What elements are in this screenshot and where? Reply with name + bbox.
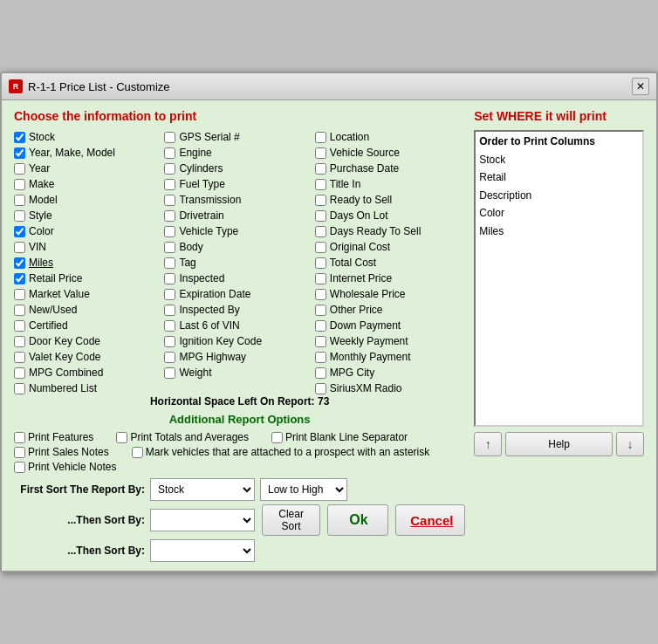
certified-checkbox[interactable] <box>14 320 25 332</box>
tag-checkbox[interactable] <box>164 257 175 269</box>
print-totals-checkbox[interactable] <box>116 432 127 443</box>
body-label[interactable]: Body <box>179 241 202 253</box>
purchase-date-checkbox[interactable] <box>315 163 326 175</box>
drivetrain-checkbox[interactable] <box>164 210 175 222</box>
mpg-combined-label[interactable]: MPG Combined <box>29 367 103 379</box>
vehicle-source-checkbox[interactable] <box>315 147 326 159</box>
down-payment-label[interactable]: Down Payment <box>330 319 401 332</box>
new-used-label[interactable]: New/Used <box>29 304 77 316</box>
vehicle-type-label[interactable]: Vehicle Type <box>179 225 238 237</box>
mark-asterisk-checkbox[interactable] <box>132 447 143 458</box>
year-make-model-label[interactable]: Year, Make, Model <box>29 147 115 159</box>
mpg-city-label[interactable]: MPG City <box>330 367 374 379</box>
transmission-checkbox[interactable] <box>164 195 175 206</box>
transmission-label[interactable]: Transmission <box>179 194 241 206</box>
cylinders-checkbox[interactable] <box>164 163 175 175</box>
other-price-label[interactable]: Other Price <box>330 304 383 316</box>
market-value-label[interactable]: Market Value <box>29 288 90 300</box>
ready-to-sell-checkbox[interactable] <box>315 195 326 206</box>
original-cost-label[interactable]: Original Cost <box>330 241 390 253</box>
door-key-checkbox[interactable] <box>14 336 25 347</box>
cancel-button[interactable]: Cancel <box>395 504 465 536</box>
model-label[interactable]: Model <box>29 194 58 206</box>
days-on-lot-label[interactable]: Days On Lot <box>330 209 388 222</box>
fuel-type-label[interactable]: Fuel Type <box>179 178 224 190</box>
print-sales-notes-label[interactable]: Print Sales Notes <box>28 446 109 458</box>
expiration-date-label[interactable]: Expiration Date <box>179 288 250 300</box>
stock-checkbox[interactable] <box>14 132 25 143</box>
mpg-highway-checkbox[interactable] <box>164 352 175 363</box>
new-used-checkbox[interactable] <box>14 305 25 316</box>
then-sort-select-2[interactable]: Stock Year Make <box>150 539 255 562</box>
days-ready-to-sell-label[interactable]: Days Ready To Sell <box>330 225 422 237</box>
drivetrain-label[interactable]: Drivetrain <box>179 209 223 222</box>
last6-vin-checkbox[interactable] <box>164 320 175 332</box>
weekly-payment-checkbox[interactable] <box>315 336 326 347</box>
ignition-key-checkbox[interactable] <box>164 336 175 347</box>
cylinders-label[interactable]: Cylinders <box>179 162 223 175</box>
down-arrow-button[interactable]: ↓ <box>616 432 644 456</box>
year-make-model-checkbox[interactable] <box>14 147 25 159</box>
inspected-by-checkbox[interactable] <box>164 305 175 316</box>
location-checkbox[interactable] <box>315 132 326 143</box>
print-blank-label[interactable]: Print Blank Line Separator <box>285 431 408 443</box>
inspected-by-label[interactable]: Inspected By <box>179 304 239 316</box>
print-features-label[interactable]: Print Features <box>28 431 93 443</box>
vehicle-source-label[interactable]: Vehicle Source <box>330 147 400 159</box>
total-cost-checkbox[interactable] <box>315 257 326 269</box>
wholesale-price-checkbox[interactable] <box>315 289 326 300</box>
print-features-checkbox[interactable] <box>14 432 25 443</box>
year-checkbox[interactable] <box>14 163 25 175</box>
original-cost-checkbox[interactable] <box>315 242 326 253</box>
print-sales-notes-checkbox[interactable] <box>14 447 25 458</box>
ignition-key-label[interactable]: Ignition Key Code <box>179 335 262 347</box>
retail-price-checkbox[interactable] <box>14 273 25 284</box>
ok-button[interactable]: Ok <box>327 504 388 536</box>
engine-checkbox[interactable] <box>164 147 175 159</box>
make-label[interactable]: Make <box>29 178 54 190</box>
days-on-lot-checkbox[interactable] <box>315 210 326 222</box>
internet-price-label[interactable]: Internet Price <box>330 272 392 284</box>
miles-checkbox[interactable] <box>14 257 25 269</box>
last6-vin-label[interactable]: Last 6 of VIN <box>179 319 239 332</box>
print-blank-checkbox[interactable] <box>271 432 283 443</box>
internet-price-checkbox[interactable] <box>315 273 326 284</box>
numbered-list-label[interactable]: Numbered List <box>29 382 97 394</box>
weight-checkbox[interactable] <box>164 367 175 379</box>
color-checkbox[interactable] <box>14 226 25 237</box>
vehicle-type-checkbox[interactable] <box>164 226 175 237</box>
purchase-date-label[interactable]: Purchase Date <box>330 162 399 175</box>
model-checkbox[interactable] <box>14 195 25 206</box>
fuel-type-checkbox[interactable] <box>164 179 175 190</box>
siriusxm-checkbox[interactable] <box>315 383 326 394</box>
gps-serial-label[interactable]: GPS Serial # <box>179 131 239 143</box>
tag-label[interactable]: Tag <box>179 257 195 269</box>
days-ready-to-sell-checkbox[interactable] <box>315 226 326 237</box>
numbered-list-checkbox[interactable] <box>14 383 25 394</box>
year-label[interactable]: Year <box>29 162 50 175</box>
print-vehicle-notes-checkbox[interactable] <box>14 462 25 473</box>
door-key-label[interactable]: Door Key Code <box>29 335 100 347</box>
siriusxm-label[interactable]: SiriusXM Radio <box>330 382 402 394</box>
stock-label[interactable]: Stock <box>29 131 55 143</box>
vin-checkbox[interactable] <box>14 242 25 253</box>
clear-sort-button[interactable]: Clear Sort <box>262 504 320 536</box>
down-payment-checkbox[interactable] <box>315 320 326 332</box>
close-button[interactable]: ✕ <box>632 78 649 95</box>
help-button[interactable]: Help <box>505 432 613 456</box>
inspected-label[interactable]: Inspected <box>179 272 224 284</box>
wholesale-price-label[interactable]: Wholesale Price <box>330 288 406 300</box>
then-sort-select-1[interactable]: Stock Year Make <box>150 509 255 531</box>
weight-label[interactable]: Weight <box>179 367 211 379</box>
ready-to-sell-label[interactable]: Ready to Sell <box>330 194 392 206</box>
title-in-checkbox[interactable] <box>315 179 326 190</box>
market-value-checkbox[interactable] <box>14 289 25 300</box>
up-arrow-button[interactable]: ↑ <box>474 432 502 456</box>
color-label[interactable]: Color <box>29 225 54 237</box>
mpg-combined-checkbox[interactable] <box>14 367 25 379</box>
make-checkbox[interactable] <box>14 179 25 190</box>
gps-serial-checkbox[interactable] <box>164 132 175 143</box>
mark-asterisk-label[interactable]: Mark vehicles that are attached to a pro… <box>146 446 430 458</box>
monthly-payment-label[interactable]: Monthly Payment <box>330 351 411 363</box>
print-totals-label[interactable]: Print Totals and Averages <box>130 431 249 443</box>
